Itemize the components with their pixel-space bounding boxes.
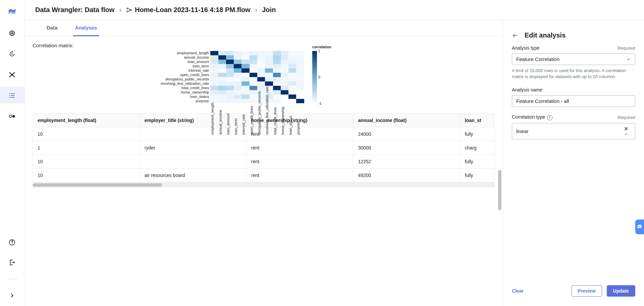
preview-button[interactable]: Preview — [572, 285, 602, 297]
heatmap-x-label: revolving_line_utilization_rate — [265, 103, 273, 137]
heatmap-cell — [288, 99, 296, 103]
breadcrumb-root[interactable]: Data Wrangler: Data flow — [35, 6, 114, 14]
section-title: Correlation matrix: — [33, 43, 495, 48]
table-cell: rent — [247, 155, 353, 169]
svg-point-9 — [9, 95, 10, 96]
heatmap-cell — [234, 73, 241, 77]
heatmap-cell — [250, 99, 257, 103]
heatmap-cell — [241, 77, 249, 81]
table-cell: air resources board — [140, 169, 246, 182]
correlation-type-select[interactable]: linear ✕ — [512, 123, 635, 139]
svg-point-16 — [127, 11, 128, 12]
analysis-name-input[interactable]: Feature Correlation - all — [512, 95, 635, 107]
heatmap-cell — [257, 55, 265, 60]
heatmap-cell — [281, 64, 288, 68]
heatmap-cell — [250, 60, 257, 64]
flow-icon — [126, 7, 132, 13]
heatmap-cell — [241, 99, 249, 103]
analysis-name-label: Analysis name — [512, 87, 542, 93]
logout-icon[interactable] — [8, 259, 16, 266]
heatmap-cell — [281, 90, 288, 95]
heatmap-cell — [218, 68, 226, 73]
heatmap-x-label: home_ownership — [281, 103, 288, 137]
heatmap-y-label: revolving_line_utilization_rate — [161, 81, 209, 86]
heatmap-x-label: loan_status — [288, 103, 296, 137]
expand-nav-icon[interactable] — [8, 292, 16, 299]
heatmap-cell — [241, 81, 249, 86]
heatmap-cell — [226, 86, 234, 90]
heatmap-x-label: open_credit_lines — [250, 103, 257, 137]
heatmap-cell — [281, 55, 288, 60]
heatmap-cell — [296, 55, 304, 60]
heatmap-cell — [241, 95, 249, 99]
table-row[interactable]: 10air resources boardrent49200fully — [33, 169, 494, 182]
clear-button[interactable]: Clear — [512, 288, 524, 294]
tab-analyses[interactable]: Analyses — [73, 20, 99, 36]
heatmap-cell — [273, 60, 281, 64]
table-header[interactable]: loan_st — [460, 114, 494, 127]
heatmap-x-label: annual_income — [218, 103, 226, 137]
heatmap-cell — [257, 73, 265, 77]
table-header[interactable]: annual_income (float) — [353, 114, 460, 127]
table-cell: 10 — [33, 169, 140, 182]
heatmap-cell — [241, 60, 249, 64]
heatmap-cell — [250, 86, 257, 90]
heatmap-cell — [210, 51, 218, 55]
table-cell: 1 — [33, 141, 140, 155]
clear-x-icon[interactable]: ✕ — [624, 126, 628, 132]
heatmap-cell — [226, 77, 234, 81]
heatmap-y-label: open_credit_lines — [161, 73, 209, 77]
heatmap-cell — [257, 77, 265, 81]
breadcrumb-file[interactable]: Home-Loan 2023-11-16 4:18 PM.flow — [126, 6, 251, 14]
heatmap-cell — [265, 73, 273, 77]
heatmap-x-label: loan_term — [234, 103, 241, 137]
chevron-right-icon: › — [255, 6, 258, 14]
breadcrumb: Data Wrangler: Data flow › Home-Loan 202… — [24, 0, 644, 20]
nav-chip-icon[interactable] — [8, 29, 16, 37]
table-cell: fully — [460, 127, 494, 141]
heatmap-y-label: home_ownership — [161, 90, 209, 95]
heatmap-cell — [234, 99, 241, 103]
heatmap-cell — [226, 64, 234, 68]
back-arrow-icon[interactable] — [512, 32, 519, 39]
heatmap-cell — [234, 55, 241, 60]
vertical-scrollbar[interactable] — [498, 67, 501, 239]
heatmap-cell — [218, 51, 226, 55]
nav-toggle-icon[interactable] — [8, 113, 16, 120]
nav-list-icon[interactable] — [8, 92, 16, 99]
heatmap-cell — [265, 64, 273, 68]
table-cell: 24000 — [353, 127, 460, 141]
heatmap-cell — [226, 81, 234, 86]
heatmap-cell — [265, 77, 273, 81]
help-icon[interactable] — [8, 239, 16, 246]
chat-fab-icon[interactable] — [635, 220, 644, 234]
heatmap-x-label: total_credit_lines — [273, 103, 281, 137]
heatmap-cell — [241, 64, 249, 68]
nav-refresh-icon[interactable] — [8, 50, 16, 58]
heatmap-cell — [241, 68, 249, 73]
panel-title: Edit analysis — [525, 32, 566, 39]
table-header[interactable]: employment_length (float) — [33, 114, 140, 127]
nav-graph-icon[interactable] — [8, 71, 16, 78]
table-row[interactable]: 10rent12252fully — [33, 155, 494, 169]
table-row[interactable]: 1ryderrent30000charg — [33, 141, 494, 155]
heatmap-cell — [250, 81, 257, 86]
heatmap-cell — [210, 55, 218, 60]
heatmap-x-label: purpose — [296, 103, 304, 137]
heatmap-cell — [296, 60, 304, 64]
heatmap-x-label: derogatory_public_records — [257, 103, 265, 137]
heatmap-cell — [281, 73, 288, 77]
heatmap-cell — [210, 86, 218, 90]
svg-rect-1 — [11, 33, 13, 34]
analysis-type-select[interactable]: Feature Correlation — [512, 53, 635, 65]
heatmap-cell — [218, 86, 226, 90]
update-button[interactable]: Update — [607, 285, 635, 297]
heatmap-cell — [210, 95, 218, 99]
heatmap-cell — [226, 55, 234, 60]
info-icon[interactable]: i — [547, 115, 552, 120]
heatmap-cell — [250, 73, 257, 77]
left-nav — [0, 0, 24, 306]
heatmap-y-label: annual_income — [161, 55, 209, 60]
horizontal-scrollbar[interactable] — [33, 183, 495, 187]
tab-data[interactable]: Data — [45, 20, 60, 36]
